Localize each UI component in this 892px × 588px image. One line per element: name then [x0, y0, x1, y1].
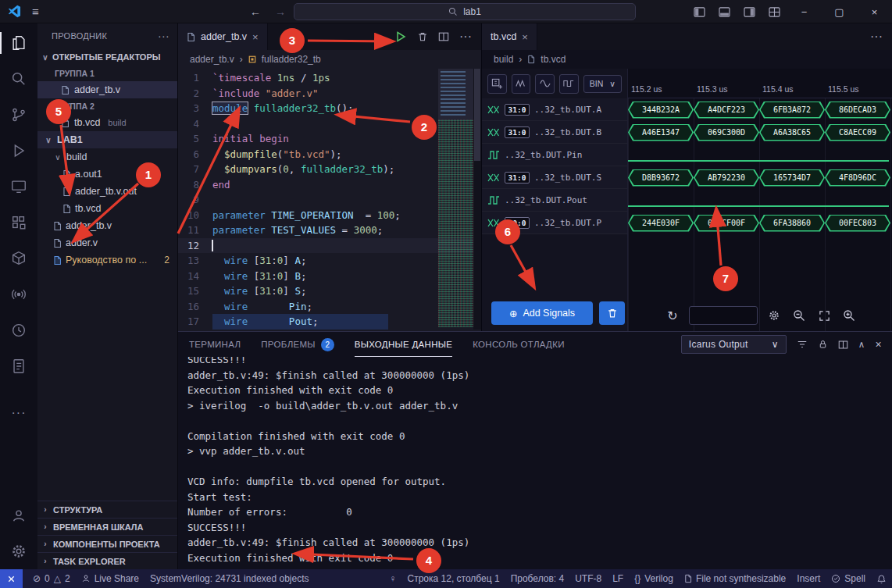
minimap-slider[interactable] [438, 69, 473, 120]
filter-output-icon[interactable] [797, 339, 808, 350]
window-maximize-button[interactable]: ▢ [822, 0, 857, 23]
indexer-status[interactable]: SystemVerilog: 24731 indexed objects [145, 569, 314, 588]
panel-tab[interactable]: ВЫХОДНЫЕ ДАННЫЕ [355, 332, 452, 357]
toggle-panel-icon[interactable] [712, 0, 737, 23]
panel-tab[interactable]: ТЕРМИНАЛ [189, 332, 241, 357]
live-share-broadcast-icon[interactable] [0, 276, 37, 312]
code-line[interactable]: 15 wire [31:0] S; [178, 283, 481, 299]
code-line[interactable]: 12 [178, 238, 481, 254]
waveform-more-actions-icon[interactable]: ··· [870, 30, 883, 44]
open-editor-item[interactable]: adder_tb.v [37, 81, 177, 98]
tree-item[interactable]: adder_tb.v.out [37, 183, 177, 200]
breadcrumb-symbol[interactable]: fulladder32_tb [262, 54, 321, 65]
lock-scroll-icon[interactable] [818, 339, 828, 350]
source-control-icon[interactable] [0, 97, 37, 133]
containers-icon[interactable] [0, 241, 37, 276]
open-editor-item[interactable]: tb.vcdbuild [37, 114, 177, 131]
code-line[interactable]: 13 wire [31:0] A; [178, 253, 481, 269]
tree-item[interactable]: tb.vcd [37, 200, 177, 217]
more-views-icon[interactable]: ··· [0, 395, 37, 431]
signal-row[interactable]: 30:0..32_tb.DUT.P [482, 212, 627, 234]
cursor-position-status[interactable]: Строка 12, столбец 1 [402, 569, 505, 588]
waveform-settings-gear-icon[interactable] [765, 307, 783, 324]
tree-item[interactable]: adder_tb.v [37, 217, 177, 234]
close-panel-icon[interactable]: × [876, 338, 882, 351]
zoom-out-icon[interactable] [790, 307, 808, 324]
input-mode-status[interactable]: Insert [791, 569, 826, 588]
tab-adder-tb[interactable]: adder_tb.v × [178, 23, 268, 50]
code-line[interactable]: 4 [178, 116, 481, 132]
account-icon[interactable] [0, 497, 37, 533]
settings-gear-icon[interactable] [0, 533, 37, 569]
code-line[interactable]: 11parameter TEST_VALUES = 3000; [178, 223, 481, 238]
code-line[interactable]: 1`timescale 1ns / 1ps [178, 70, 481, 86]
ports-status[interactable]: ♀ [384, 569, 402, 588]
remove-signals-button[interactable] [599, 301, 625, 325]
customize-layout-icon[interactable] [762, 0, 787, 23]
waveform-row[interactable]: D8B93672AB792230165734D74F8D96DC [628, 166, 892, 189]
run-button[interactable] [394, 30, 407, 43]
code-line[interactable]: 14 wire [31:0] B; [178, 269, 481, 284]
time-input[interactable] [689, 306, 758, 325]
split-editor-icon[interactable] [438, 31, 449, 42]
code-editor[interactable]: 1`timescale 1ns / 1ps2`include "adder.v"… [178, 69, 481, 331]
breadcrumb-file[interactable]: adder_tb.v [190, 54, 234, 65]
split-panel-icon[interactable] [838, 340, 848, 350]
breadcrumb-file[interactable]: tb.vcd [541, 54, 566, 65]
signal-row[interactable]: ..32_tb.DUT.Pin [482, 144, 627, 166]
analog-wave-icon[interactable] [535, 74, 555, 94]
search-icon[interactable] [0, 61, 37, 97]
radix-select[interactable]: BIN ∨ [583, 75, 622, 93]
signal-row[interactable]: 31:0..32_tb.DUT.B [482, 121, 627, 144]
code-line[interactable]: 3module fulladder32_tb(); [178, 101, 481, 116]
code-line[interactable]: 8end [178, 177, 481, 193]
reload-icon[interactable]: ↻ [664, 307, 681, 324]
waveform-row[interactable]: 344B232AA4DCF2236FB3A87286DECAD3 [628, 98, 892, 121]
open-editors-header[interactable]: ∨ ОТКРЫТЫЕ РЕДАКТОРЫ [37, 48, 177, 66]
window-close-button[interactable]: × [857, 0, 892, 23]
output-channel-select[interactable]: Icarus Output ∨ [681, 335, 787, 354]
output-console[interactable]: SUCCESS!!!adder_tb.v:49: $finish called … [178, 357, 892, 569]
sidebar-section-header[interactable]: ›КОМПОНЕНТЫ ПРОЕКТА [37, 535, 177, 552]
tab-tb-vcd[interactable]: tb.vcd × [482, 23, 537, 50]
remote-explorer-icon[interactable] [0, 169, 37, 205]
synthesis-status[interactable]: File not synthesizable [679, 569, 791, 588]
encoding-status[interactable]: UTF-8 [569, 569, 607, 588]
command-center-search[interactable]: lab1 [294, 3, 636, 20]
waveform-canvas[interactable]: 115.2 us115.3 us115.4 us115.5 us 344B232… [628, 69, 892, 331]
spell-status[interactable]: Spell [826, 569, 871, 588]
code-line[interactable]: 10parameter TIME_OPERATION = 100; [178, 208, 481, 223]
square-wave-icon[interactable] [559, 74, 579, 94]
code-line[interactable]: 7 $dumpvars(0, fulladder32_tb); [178, 162, 481, 177]
tab-close-icon[interactable]: × [252, 31, 259, 43]
waveform-row[interactable]: 244E030F049CF00F6FA3886000FEC803 [628, 212, 892, 234]
sidebar-section-header[interactable]: ›СТРУКТУРА [37, 501, 177, 518]
panel-tab[interactable]: КОНСОЛЬ ОТЛАДКИ [473, 332, 565, 357]
add-signals-button[interactable]: ⊕ Add Signals [491, 301, 593, 325]
code-line[interactable]: 6 $dumpfile("tb.vcd"); [178, 147, 481, 162]
zoom-fit-icon[interactable] [815, 307, 833, 324]
code-line[interactable]: 2`include "adder.v" [178, 86, 481, 102]
tree-item[interactable]: ∨LAB1 [37, 131, 177, 148]
code-line[interactable]: 17 wire Pout; [178, 314, 481, 330]
editor-scrollbar[interactable] [473, 69, 481, 330]
indentation-status[interactable]: Пробелов: 4 [505, 569, 570, 588]
code-line[interactable]: 5initial begin [178, 131, 481, 147]
breadcrumb-folder[interactable]: build [494, 54, 513, 65]
code-line[interactable]: 16 wire Pin; [178, 299, 481, 315]
tab-close-icon[interactable]: × [522, 31, 528, 43]
panel-tab[interactable]: ПРОБЛЕМЫ2 [261, 332, 334, 357]
code-line[interactable]: 9 [178, 192, 481, 208]
sidebar-section-header[interactable]: ›TASK EXPLORER [37, 552, 177, 569]
problems-status[interactable]: ⊘ 0 △ 2 [27, 569, 76, 588]
nav-forward-icon[interactable]: → [275, 5, 286, 18]
waveform-row[interactable] [628, 144, 892, 166]
toggle-sidebar-icon[interactable] [687, 0, 712, 23]
toggle-secondary-sidebar-icon[interactable] [737, 0, 762, 23]
minimap[interactable] [438, 69, 473, 328]
trash-icon[interactable] [417, 31, 428, 42]
window-minimize-button[interactable]: − [787, 0, 822, 23]
waveform-row[interactable] [628, 189, 892, 212]
tree-item[interactable]: adder.v [37, 234, 177, 251]
tree-item[interactable]: ∨build [37, 148, 177, 166]
